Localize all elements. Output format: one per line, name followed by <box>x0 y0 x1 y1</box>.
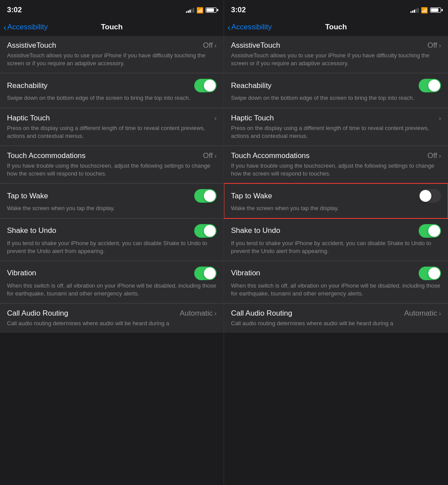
settings-content: AssistiveTouchOff›AssistiveTouch allows … <box>224 36 448 485</box>
back-chevron-icon: ‹ <box>4 23 7 32</box>
settings-row-tap-to-wake: Tap to Wake <box>231 189 441 203</box>
screen-0: 3:02📶‹AccessibilityTouchAssistiveTouchOf… <box>0 0 224 485</box>
settings-description-tap-to-wake: Wake the screen when you tap the display… <box>231 204 441 212</box>
settings-row-touch-accommodations: Touch AccommodationsOff› <box>7 151 217 160</box>
toggle-knob-tap-to-wake <box>204 190 216 202</box>
settings-description-touch-accommodations: If you have trouble using the touchscree… <box>231 162 441 178</box>
back-button[interactable]: ‹Accessibility <box>4 23 48 32</box>
settings-row-assistive-touch: AssistiveTouchOff› <box>231 41 441 50</box>
nav-bar: ‹AccessibilityTouch <box>224 19 448 36</box>
nav-title: Touch <box>101 23 123 32</box>
settings-label-shake-to-undo: Shake to Undo <box>231 226 280 235</box>
settings-item-haptic-touch[interactable]: Haptic Touch›Press on the display using … <box>224 108 448 146</box>
toggle-vibration[interactable] <box>419 267 441 280</box>
back-button[interactable]: ‹Accessibility <box>228 23 272 32</box>
settings-label-touch-accommodations: Touch Accommodations <box>231 151 310 160</box>
settings-label-call-audio-routing: Call Audio Routing <box>7 309 68 318</box>
settings-item-touch-accommodations[interactable]: Touch AccommodationsOff›If you have trou… <box>0 146 224 183</box>
settings-item-tap-to-wake[interactable]: Tap to WakeWake the screen when you tap … <box>0 183 224 218</box>
value-text-assistive-touch: Off <box>203 41 213 50</box>
settings-label-touch-accommodations: Touch Accommodations <box>7 151 86 160</box>
settings-label-reachability: Reachability <box>7 81 48 90</box>
settings-value-call-audio-routing: Automatic› <box>180 309 217 318</box>
value-text-call-audio-routing: Automatic <box>404 309 438 318</box>
settings-row-shake-to-undo: Shake to Undo <box>231 224 441 238</box>
settings-description-reachability: Swipe down on the bottom edge of the scr… <box>7 94 217 102</box>
settings-label-vibration: Vibration <box>7 269 36 278</box>
back-chevron-icon: ‹ <box>228 23 231 32</box>
settings-label-reachability: Reachability <box>231 81 272 90</box>
battery-icon <box>430 7 441 13</box>
settings-item-haptic-touch[interactable]: Haptic Touch›Press on the display using … <box>0 108 224 146</box>
settings-description-touch-accommodations: If you have trouble using the touchscree… <box>7 162 217 178</box>
settings-row-haptic-touch: Haptic Touch› <box>7 114 217 123</box>
toggle-reachability[interactable] <box>194 79 217 92</box>
status-bar: 3:02📶 <box>0 0 224 19</box>
signal-icon <box>410 7 419 13</box>
status-icons: 📶 <box>186 7 217 14</box>
toggle-knob-vibration <box>204 267 216 279</box>
value-text-assistive-touch: Off <box>427 41 437 50</box>
settings-item-shake-to-undo[interactable]: Shake to UndoIf you tend to shake your i… <box>224 218 448 261</box>
battery-icon <box>206 7 217 13</box>
settings-description-tap-to-wake: Wake the screen when you tap the display… <box>7 204 217 212</box>
settings-item-reachability[interactable]: ReachabilitySwipe down on the bottom edg… <box>224 73 448 108</box>
settings-value-touch-accommodations: Off› <box>427 151 441 160</box>
nav-title: Touch <box>325 23 347 32</box>
settings-row-reachability: Reachability <box>231 79 441 92</box>
chevron-icon-touch-accommodations: › <box>214 152 217 159</box>
settings-row-call-audio-routing: Call Audio RoutingAutomatic› <box>231 309 441 318</box>
toggle-knob-tap-to-wake <box>420 190 431 202</box>
settings-description-vibration: When this switch is off, all vibration o… <box>231 282 441 298</box>
toggle-shake-to-undo[interactable] <box>194 224 217 238</box>
settings-description-haptic-touch: Press on the display using a different l… <box>231 124 441 140</box>
nav-bar: ‹AccessibilityTouch <box>0 19 224 36</box>
value-text-call-audio-routing: Automatic <box>180 309 213 318</box>
chevron-icon-call-audio-routing: › <box>439 310 441 317</box>
chevron-icon-assistive-touch: › <box>214 42 217 49</box>
chevron-icon-haptic-touch: › <box>439 115 441 122</box>
settings-item-touch-accommodations[interactable]: Touch AccommodationsOff›If you have trou… <box>224 146 448 183</box>
settings-item-shake-to-undo[interactable]: Shake to UndoIf you tend to shake your i… <box>0 218 224 261</box>
status-bar: 3:02📶 <box>224 0 448 19</box>
settings-row-assistive-touch: AssistiveTouchOff› <box>7 41 217 50</box>
toggle-tap-to-wake[interactable] <box>194 189 217 203</box>
settings-item-vibration[interactable]: VibrationWhen this switch is off, all vi… <box>224 261 448 303</box>
settings-value-haptic-touch: › <box>214 115 217 122</box>
settings-description-assistive-touch: AssistiveTouch allows you to use your iP… <box>231 52 441 67</box>
settings-label-haptic-touch: Haptic Touch <box>231 114 274 123</box>
toggle-shake-to-undo[interactable] <box>419 224 441 238</box>
wifi-icon: 📶 <box>421 7 428 14</box>
back-label: Accessibility <box>7 23 48 32</box>
toggle-knob-shake-to-undo <box>428 225 440 237</box>
settings-label-tap-to-wake: Tap to Wake <box>7 192 48 200</box>
settings-item-tap-to-wake[interactable]: Tap to WakeWake the screen when you tap … <box>224 183 448 218</box>
settings-row-haptic-touch: Haptic Touch› <box>231 114 441 123</box>
settings-description-vibration: When this switch is off, all vibration o… <box>7 282 217 298</box>
toggle-tap-to-wake[interactable] <box>419 189 441 203</box>
status-time: 3:02 <box>231 6 246 14</box>
settings-row-shake-to-undo: Shake to Undo <box>7 224 217 238</box>
value-text-touch-accommodations: Off <box>427 151 437 160</box>
settings-item-vibration[interactable]: VibrationWhen this switch is off, all vi… <box>0 261 224 303</box>
toggle-reachability[interactable] <box>419 79 441 92</box>
settings-item-assistive-touch[interactable]: AssistiveTouchOff›AssistiveTouch allows … <box>0 36 224 73</box>
settings-value-assistive-touch: Off› <box>427 41 441 50</box>
settings-value-call-audio-routing: Automatic› <box>404 309 441 318</box>
toggle-knob-reachability <box>428 80 440 91</box>
wifi-icon: 📶 <box>196 7 203 14</box>
settings-item-call-audio-routing[interactable]: Call Audio RoutingAutomatic›Call audio r… <box>224 303 448 333</box>
settings-description-call-audio-routing: Call audio routing determines where audi… <box>231 320 441 327</box>
toggle-vibration[interactable] <box>194 267 217 280</box>
settings-item-call-audio-routing[interactable]: Call Audio RoutingAutomatic›Call audio r… <box>0 303 224 333</box>
settings-value-touch-accommodations: Off› <box>203 151 217 160</box>
chevron-icon-haptic-touch: › <box>214 115 217 122</box>
settings-label-vibration: Vibration <box>231 269 260 278</box>
settings-label-call-audio-routing: Call Audio Routing <box>231 309 292 318</box>
settings-item-reachability[interactable]: ReachabilitySwipe down on the bottom edg… <box>0 73 224 108</box>
chevron-icon-assistive-touch: › <box>439 42 441 49</box>
settings-description-shake-to-undo: If you tend to shake your iPhone by acci… <box>231 239 441 255</box>
settings-content: AssistiveTouchOff›AssistiveTouch allows … <box>0 36 224 485</box>
chevron-icon-touch-accommodations: › <box>439 152 441 159</box>
settings-item-assistive-touch[interactable]: AssistiveTouchOff›AssistiveTouch allows … <box>224 36 448 73</box>
